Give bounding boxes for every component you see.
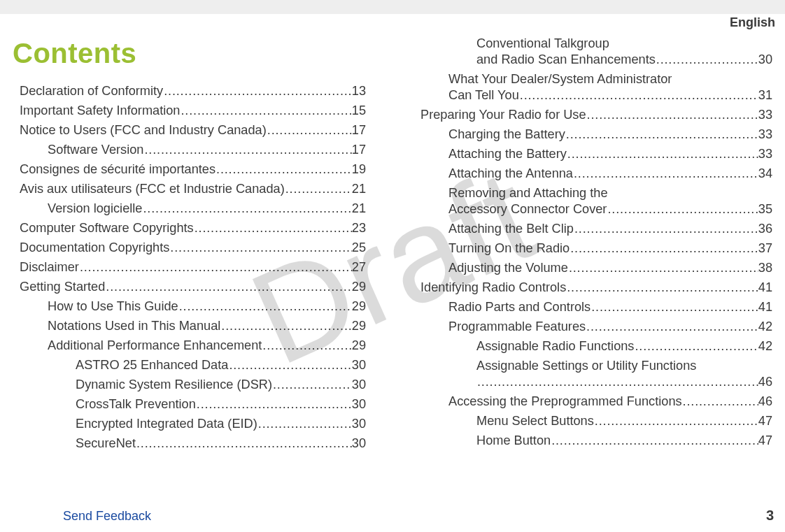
toc-page: 42 bbox=[758, 319, 772, 334]
toc-leader: ........................................… bbox=[574, 166, 758, 181]
toc-entry: Computer Software Copyrights............… bbox=[20, 221, 366, 236]
toc-leader: ........................................… bbox=[170, 240, 351, 255]
toc-leader: ........................................… bbox=[477, 375, 758, 389]
toc-entry: Accessing the Preprogrammed Functions...… bbox=[448, 394, 772, 409]
send-feedback-link[interactable]: Send Feedback bbox=[63, 509, 151, 524]
toc-entry: Avis aux utilisateurs (FCC et Industrie … bbox=[20, 182, 366, 196]
toc-leader: ........................................… bbox=[656, 52, 758, 67]
toc-leader: ........................................… bbox=[635, 339, 758, 354]
toc-entry: Preparing Your Radio for Use............… bbox=[420, 108, 772, 122]
toc-label: Identifying Radio Controls bbox=[420, 280, 567, 295]
toc-page: 41 bbox=[758, 280, 772, 295]
toc-leader: ........................................… bbox=[595, 414, 758, 429]
toc-label: Notice to Users (FCC and Industry Canada… bbox=[20, 123, 267, 138]
toc-entry: Declaration of Conformity...............… bbox=[20, 84, 366, 99]
toc-label: Conventional Talkgroup bbox=[476, 36, 610, 51]
toc-entry: Consignes de sécurité importantes.......… bbox=[20, 162, 366, 177]
toc-entry: and Radio Scan Enhancements.............… bbox=[476, 52, 772, 67]
toc-page: 30 bbox=[758, 52, 772, 67]
toc-entry: Removing and Attaching the bbox=[448, 186, 772, 201]
toc-leader: ........................................… bbox=[586, 319, 758, 334]
toc-label: What Your Dealer/System Administrator bbox=[448, 72, 672, 87]
toc-leader: ........................................… bbox=[143, 201, 351, 216]
toc-leader: ........................................… bbox=[566, 127, 758, 142]
toc-label: Dynamic System Resilience (DSR) bbox=[76, 378, 273, 392]
toc-leader: ........................................… bbox=[221, 319, 351, 333]
toc-page: 47 bbox=[758, 414, 772, 429]
toc-label: and Radio Scan Enhancements bbox=[476, 52, 656, 67]
toc-entry: Conventional Talkgroup bbox=[476, 36, 772, 51]
toc-page: 46 bbox=[758, 394, 772, 409]
toc-entry: Disclaimer..............................… bbox=[20, 260, 366, 275]
toc-leader: ........................................… bbox=[567, 147, 758, 161]
toc-label: Turning On the Radio bbox=[448, 241, 570, 256]
toc-column-left: Declaration of Conformity...............… bbox=[13, 36, 392, 494]
toc-label: Assignable Settings or Utility Functions bbox=[476, 359, 697, 373]
toc-label: Software Version bbox=[48, 143, 145, 157]
toc-leader: ........................................… bbox=[195, 221, 352, 236]
toc-entry: Can Tell You............................… bbox=[448, 88, 772, 103]
toc-label: Encrypted Integrated Data (EID) bbox=[76, 417, 258, 431]
toc-label: Accessing the Preprogrammed Functions bbox=[448, 394, 683, 409]
toc-entry: Attaching the Belt Clip.................… bbox=[448, 222, 772, 236]
toc-label: Home Button bbox=[476, 433, 551, 448]
toc-label: Can Tell You bbox=[448, 88, 520, 103]
toc-leader: ........................................… bbox=[262, 338, 351, 353]
toc-label: Version logicielle bbox=[48, 201, 143, 216]
toc-label: Programmable Features bbox=[448, 319, 586, 334]
toc-label: ASTRO 25 Enhanced Data bbox=[76, 358, 229, 373]
toc-entry: Identifying Radio Controls..............… bbox=[420, 280, 772, 295]
toc-label: Attaching the Belt Clip bbox=[448, 222, 574, 236]
toc-label: Attaching the Battery bbox=[448, 147, 567, 161]
toc-page: 15 bbox=[352, 103, 366, 118]
toc-leader: ........................................… bbox=[258, 417, 352, 431]
toc-page: 21 bbox=[352, 201, 366, 216]
toc-page: 33 bbox=[758, 127, 772, 142]
toc-page: 30 bbox=[352, 378, 366, 392]
toc-entry: Attaching the Antenna...................… bbox=[448, 166, 772, 181]
toc-leader: ........................................… bbox=[587, 108, 758, 122]
toc-leader: ........................................… bbox=[607, 202, 758, 217]
toc-entry: Turning On the Radio....................… bbox=[448, 241, 772, 256]
page-number: 3 bbox=[766, 508, 774, 524]
toc-label: Charging the Battery bbox=[448, 127, 566, 142]
toc-label: How to Use This Guide bbox=[48, 299, 179, 314]
toc-page: 25 bbox=[352, 240, 366, 255]
toc-label: Adjusting the Volume bbox=[448, 261, 569, 275]
toc-column-right: Conventional Talkgroupand Radio Scan Enh… bbox=[392, 36, 772, 494]
top-bar bbox=[0, 0, 785, 14]
toc-leader: ........................................… bbox=[683, 394, 758, 409]
toc-page: 38 bbox=[758, 261, 772, 275]
toc-entry: What Your Dealer/System Administrator bbox=[448, 72, 772, 87]
toc-page: 29 bbox=[352, 319, 366, 333]
toc-entry: Important Safety Information............… bbox=[20, 103, 366, 118]
toc-entry: SecureNet...............................… bbox=[76, 436, 366, 451]
toc-leader: ........................................… bbox=[164, 84, 352, 99]
toc-entry: Notations Used in This Manual...........… bbox=[48, 319, 366, 333]
toc-page: 31 bbox=[758, 88, 772, 103]
toc-leader: ........................................… bbox=[145, 143, 352, 157]
toc-entry: Additional Performance Enhancement......… bbox=[48, 338, 366, 353]
toc-leader: ........................................… bbox=[273, 378, 352, 392]
toc-leader: ........................................… bbox=[551, 433, 758, 448]
toc-leader: ........................................… bbox=[106, 280, 351, 294]
toc-entry: Encrypted Integrated Data (EID).........… bbox=[76, 417, 366, 431]
toc-entry: Assignable Radio Functions..............… bbox=[476, 339, 772, 354]
toc-label: Important Safety Information bbox=[20, 103, 181, 118]
toc-entry: Software Version........................… bbox=[48, 143, 366, 157]
toc-leader: ........................................… bbox=[179, 299, 352, 314]
toc-entry: Adjusting the Volume....................… bbox=[448, 261, 772, 275]
toc-leader: ........................................… bbox=[285, 182, 352, 196]
toc-leader: ........................................… bbox=[591, 300, 758, 315]
toc-leader: ........................................… bbox=[569, 261, 758, 275]
toc-entry: Charging the Battery....................… bbox=[448, 127, 772, 142]
toc-entry: Dynamic System Resilience (DSR).........… bbox=[76, 378, 366, 392]
toc-entry: Home Button.............................… bbox=[476, 433, 772, 448]
toc-label: Computer Software Copyrights bbox=[20, 221, 195, 236]
toc-page: 42 bbox=[758, 339, 772, 354]
toc-page: 33 bbox=[758, 108, 772, 122]
toc-entry: Radio Parts and Controls................… bbox=[448, 300, 772, 315]
toc-page: 21 bbox=[352, 182, 366, 196]
toc-page: 36 bbox=[758, 222, 772, 236]
toc-page: 23 bbox=[352, 221, 366, 236]
